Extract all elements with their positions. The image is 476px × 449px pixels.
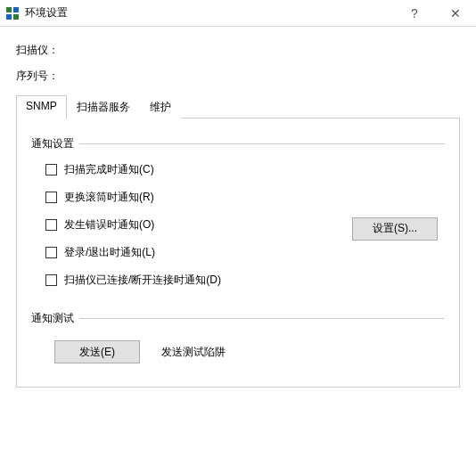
tab-maintenance[interactable]: 维护 [140,95,181,118]
notify-test-group: 通知测试 发送(E) 发送测试陷阱 [31,318,445,369]
window-title: 环境设置 [25,5,68,20]
svg-rect-0 [6,7,12,12]
chk-label: 发生错误时通知(O) [64,217,154,233]
checkbox-icon [45,219,57,231]
tabs: SNMP 扫描器服务 维护 [16,94,460,118]
chk-login-logout[interactable]: 登录/退出时通知(L) [45,245,352,260]
help-button[interactable]: ? [394,0,435,27]
svg-rect-2 [6,14,12,20]
titlebar: 环境设置 ? ✕ [0,0,476,27]
chk-label: 更换滚筒时通知(R) [64,190,154,205]
notify-settings-group: 通知设置 扫描完成时通知(C) 更换滚筒时通知(R) 发生错误时通知(O) [31,143,445,306]
chk-connect-disconnect[interactable]: 扫描仪已连接/断开连接时通知(D) [45,273,352,288]
chk-error[interactable]: 发生错误时通知(O) [45,217,352,233]
checkbox-icon [45,274,57,286]
close-button[interactable]: ✕ [435,0,476,27]
checkbox-icon [45,247,57,258]
svg-rect-3 [13,14,19,20]
send-button[interactable]: 发送(E) [54,340,140,363]
settings-button[interactable]: 设置(S)... [352,217,438,241]
tab-scanner-service[interactable]: 扫描器服务 [67,95,140,118]
scanner-label: 扫描仪： [16,43,460,58]
tab-panel: 通知设置 扫描完成时通知(C) 更换滚筒时通知(R) 发生错误时通知(O) [16,118,460,388]
chk-roller-replace[interactable]: 更换滚筒时通知(R) [45,190,352,205]
checkbox-icon [45,192,57,203]
chk-scan-complete[interactable]: 扫描完成时通知(C) [45,162,352,177]
serial-label: 序列号： [16,69,460,84]
chk-label: 登录/退出时通知(L) [64,245,155,260]
checkbox-icon [45,164,57,176]
app-icon [5,6,20,20]
chk-label: 扫描仪已连接/断开连接时通知(D) [64,273,221,288]
notify-test-legend: 通知测试 [31,311,79,326]
notify-settings-legend: 通知设置 [31,136,79,151]
tab-snmp[interactable]: SNMP [16,95,67,118]
svg-rect-1 [13,7,19,12]
send-desc: 发送测试陷阱 [161,345,226,360]
chk-label: 扫描完成时通知(C) [64,162,154,177]
